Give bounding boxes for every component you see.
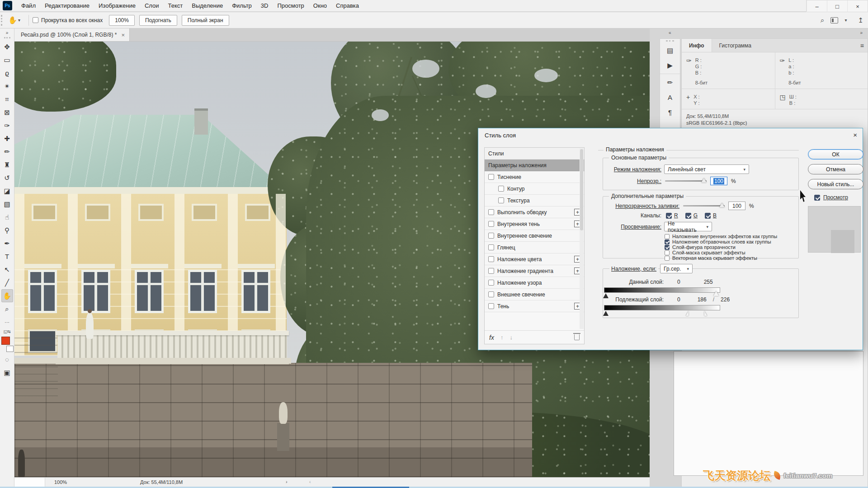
collapse-panels-icon[interactable]: « <box>669 30 671 35</box>
move-effect-down-icon[interactable]: ↓ <box>509 334 513 341</box>
this-layer-black-marker[interactable] <box>603 293 609 298</box>
tab-histogram[interactable]: Гистограмма <box>712 39 759 52</box>
character-panel-icon[interactable]: A <box>660 90 680 105</box>
knockout-select[interactable]: Не показывать ▾ <box>664 222 712 231</box>
foreground-color-swatch[interactable] <box>1 337 10 345</box>
dialog-close-icon[interactable]: × <box>853 131 857 139</box>
actions-panel-icon[interactable]: ▶ <box>660 58 680 73</box>
checkbox[interactable] <box>665 256 670 261</box>
preview-checkbox[interactable] <box>814 195 820 201</box>
tool-preset-chevron-icon[interactable]: ▾ <box>18 18 20 23</box>
styles-scrollbar[interactable] <box>580 148 584 329</box>
status-zoom-field[interactable] <box>14 478 45 487</box>
opacity-slider[interactable] <box>665 180 707 182</box>
status-chevron2-icon[interactable]: ‹ <box>309 479 311 484</box>
quick-mask-button[interactable]: ◌ <box>1 353 13 366</box>
quick-selection-tool[interactable]: ✴ <box>1 80 13 93</box>
hand-tool[interactable]: ✋ <box>1 289 13 302</box>
checkbox[interactable] <box>665 234 670 239</box>
cancel-button[interactable]: Отмена <box>808 164 863 174</box>
fill-screen-button[interactable]: Полный экран <box>182 15 229 26</box>
menu-type[interactable]: Текст <box>164 0 188 12</box>
delete-effect-icon[interactable] <box>574 334 580 340</box>
style-item-outer-glow[interactable]: Внешнее свечение <box>485 289 584 300</box>
this-layer-white-marker[interactable] <box>713 291 719 296</box>
style-item-color-overlay[interactable]: Наложение цвета+ <box>485 253 584 265</box>
checkbox[interactable] <box>488 221 494 227</box>
underlying-gradient-bar[interactable] <box>604 305 720 310</box>
blend-mode-select[interactable]: Линейный свет ▾ <box>664 164 749 174</box>
checkbox[interactable] <box>665 250 670 255</box>
new-style-button[interactable]: Новый стиль... <box>808 179 863 189</box>
marquee-tool[interactable]: ▭ <box>1 53 13 66</box>
eyedropper-tool[interactable]: ✑ <box>1 119 13 132</box>
style-item-pattern-overlay[interactable]: Наложение узора <box>485 277 584 289</box>
style-item-gradient-overlay[interactable]: Наложение градиента+ <box>485 265 584 277</box>
blend-clipped-row[interactable]: Наложение обтравочных слоев как группы <box>665 239 771 244</box>
channel-g-checkbox[interactable] <box>685 213 691 219</box>
default-colors-icon[interactable]: ◱⇆ <box>3 329 11 334</box>
style-item-inner-shadow[interactable]: Внутренняя тень+ <box>485 218 584 230</box>
menu-window[interactable]: Окно <box>309 0 331 12</box>
checkbox[interactable] <box>488 209 494 215</box>
fill-opacity-value[interactable]: 100 <box>728 202 745 210</box>
minimize-button[interactable]: – <box>807 0 827 12</box>
screen-mode-button[interactable]: ▣ <box>1 366 13 379</box>
layer-mask-hides-row[interactable]: Слой-маска скрывает эффекты <box>665 250 745 255</box>
menu-edit[interactable]: Редактирование <box>40 0 94 12</box>
frame-tool[interactable]: ⊠ <box>1 106 13 119</box>
vector-mask-hides-row[interactable]: Векторная маска скрывает эффекты <box>665 255 757 261</box>
document-tab[interactable]: Ресайз.psd @ 100% (Слой 1, RGB/8) * × <box>14 28 130 41</box>
crop-tool[interactable]: ⌗ <box>1 93 13 106</box>
maximize-button[interactable]: □ <box>827 0 847 12</box>
toolbar-expand-icon[interactable]: » <box>0 28 14 36</box>
slider-thumb[interactable] <box>701 178 707 183</box>
style-item-bevel-emboss[interactable]: Тиснение <box>485 171 584 183</box>
line-tool[interactable]: ╱ <box>1 276 13 289</box>
menu-layers[interactable]: Слои <box>140 0 164 12</box>
channel-r-checkbox[interactable] <box>666 213 672 219</box>
transparency-shapes-row[interactable]: Слой-фигура прозрачности <box>665 244 736 250</box>
background-color-swatch[interactable] <box>6 346 14 352</box>
dodge-tool[interactable]: ⚲ <box>1 224 13 237</box>
style-item-inner-glow[interactable]: Внутреннее свечение <box>485 230 584 242</box>
brush-tool[interactable]: ✏ <box>1 145 13 158</box>
checkbox[interactable] <box>488 174 494 180</box>
menu-3d[interactable]: 3D <box>256 0 273 12</box>
workspace-chevron-icon[interactable]: ▾ <box>844 18 847 23</box>
lasso-tool[interactable]: ϱ <box>1 66 13 80</box>
snapshot-panel-icon[interactable]: ▤ <box>660 43 680 58</box>
scroll-all-windows-checkbox[interactable] <box>33 17 38 23</box>
search-icon[interactable]: ⌕ <box>821 16 824 24</box>
menu-view[interactable]: Просмотр <box>273 0 308 12</box>
checkbox[interactable] <box>498 186 504 192</box>
menu-filter[interactable]: Фильтр <box>227 0 256 12</box>
fit-screen-button[interactable]: Подогнать <box>139 15 177 26</box>
fx-menu-button[interactable]: fx <box>489 334 494 341</box>
styles-header[interactable]: Стили <box>485 148 584 160</box>
style-item-satin[interactable]: Глянец <box>485 242 584 253</box>
checkbox[interactable] <box>488 291 494 297</box>
channel-b-checkbox[interactable] <box>705 213 711 219</box>
underlying-split-marker-left[interactable] <box>686 311 689 316</box>
tab-close-icon[interactable]: × <box>121 32 125 38</box>
this-layer-gradient-bar[interactable] <box>604 287 720 293</box>
style-item-texture[interactable]: Текстура <box>485 195 584 206</box>
slider-thumb[interactable] <box>719 203 725 207</box>
underlying-black-marker[interactable] <box>603 311 609 316</box>
type-tool[interactable]: T <box>1 250 13 263</box>
menu-image[interactable]: Изображение <box>94 0 140 12</box>
workspace-icon[interactable] <box>830 17 838 23</box>
menu-select[interactable]: Выделение <box>187 0 227 12</box>
ok-button[interactable]: ОК <box>808 149 863 160</box>
panel-menu-icon[interactable]: ≡ <box>860 42 864 49</box>
history-brush-tool[interactable]: ↺ <box>1 171 13 184</box>
move-tool[interactable]: ✥ <box>1 40 13 53</box>
spot-healing-tool[interactable]: ✚ <box>1 132 13 145</box>
checkbox[interactable] <box>488 268 494 274</box>
underlying-split-marker-right[interactable] <box>704 311 707 316</box>
checkbox[interactable] <box>488 256 494 262</box>
path-selection-tool[interactable]: ↖ <box>1 263 13 276</box>
clone-stamp-tool[interactable]: ♜ <box>1 158 13 171</box>
gradient-tool[interactable]: ▧ <box>1 197 13 211</box>
